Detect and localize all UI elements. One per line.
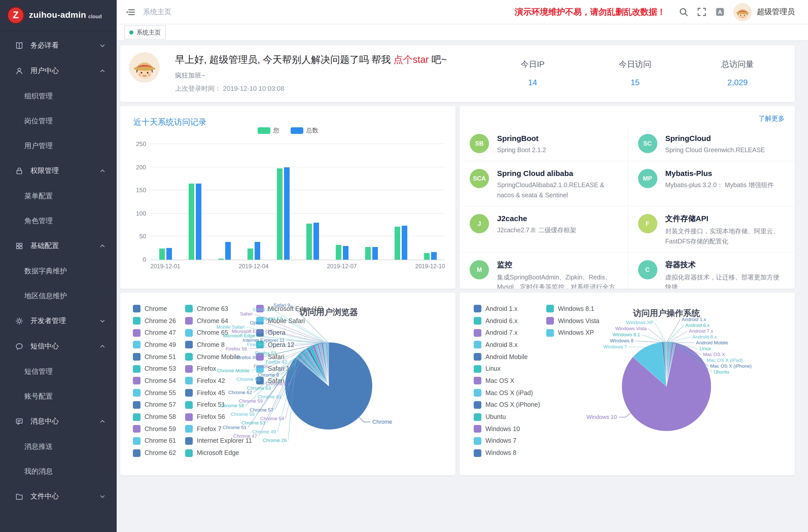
bar-you-2019-12-07[interactable] xyxy=(335,245,341,260)
sidebar-subitem-message-push[interactable]: 消息推送 xyxy=(0,434,117,459)
browser-pie-chart: Safari 9Safari 11SafariOpera 12OperaMobi… xyxy=(120,293,456,475)
bar-total-2019-12-06[interactable] xyxy=(313,223,319,260)
sidebar-subitem-label: 用户管理 xyxy=(24,141,53,150)
stat-today-visits: 今日访问 15 xyxy=(584,59,686,87)
greeting-prefix: 早上好, 超级管理员, 今天帮别人解决问题了吗 帮我 xyxy=(175,54,393,65)
sidebar-subitem-data-dict[interactable]: 数据字典维护 xyxy=(0,259,117,283)
sidebar-item-file-center[interactable]: 文件中心 xyxy=(0,484,117,509)
submenu-message-center: 消息推送我的消息 xyxy=(0,434,117,484)
tab-home[interactable]: 系统主页 xyxy=(124,25,166,40)
bar-you-2019-12-03[interactable] xyxy=(218,259,223,260)
sidebar-subitem-area-info[interactable]: 地区信息维护 xyxy=(0,283,117,308)
os-chart-card: Android 1.xAndroid 6.xAndroid 7.xAndroid… xyxy=(460,293,795,475)
pie-callout-label: Android 7.x xyxy=(689,328,713,334)
fullscreen-button[interactable] xyxy=(697,7,706,17)
sidebar-subitem-label: 岗位管理 xyxy=(24,116,53,126)
y-axis-label: 0 xyxy=(129,256,146,263)
welcome-text: 早上好, 超级管理员, 今天帮别人解决问题了吗 帮我 点个star 吧~ 疯狂加… xyxy=(175,53,447,93)
book-icon xyxy=(15,41,23,50)
info-item-desc: Spring Cloud Greenwich.RELEASE xyxy=(665,146,765,155)
chevron-up-icon xyxy=(99,68,106,74)
bar-group-2019-12-03 xyxy=(209,144,239,260)
search-button[interactable] xyxy=(679,7,688,17)
browser-chart-card: ChromeChrome 26Chrome 47Chrome 49Chrome … xyxy=(120,293,456,475)
y-axis-label: 100 xyxy=(129,210,146,217)
bar-you-2019-12-01[interactable] xyxy=(159,249,165,260)
bar-total-2019-12-09[interactable] xyxy=(402,226,407,260)
browser-chart-title: 访问用户浏览器 xyxy=(299,307,358,318)
bar-total-2019-12-08[interactable] xyxy=(372,247,378,260)
sidebar-subitem-user-management[interactable]: 用户管理 xyxy=(0,133,117,158)
sidebar-item-sms-center[interactable]: 短信中心 xyxy=(0,334,117,359)
info-item-desc: J2cache2.7.8: 二级缓存框架 xyxy=(497,226,576,236)
pie-callout-label: Chrome 58 xyxy=(220,403,244,408)
chevron-up-icon xyxy=(99,343,106,349)
sidebar-item-must-read[interactable]: 务必详看 xyxy=(0,33,117,58)
pie-callout-line xyxy=(667,325,684,342)
sidebar-subitem-role-management[interactable]: 角色管理 xyxy=(0,208,117,233)
bar-total-2019-12-04[interactable] xyxy=(254,242,260,260)
bar-group-2019-12-01 xyxy=(151,144,180,260)
star-link[interactable]: 点个star xyxy=(393,54,428,65)
bar-you-2019-12-04[interactable] xyxy=(247,249,253,260)
sidebar-subitem-org-management[interactable]: 组织管理 xyxy=(0,84,117,109)
bar-total-2019-12-05[interactable] xyxy=(284,167,289,260)
bar-you-2019-12-08[interactable] xyxy=(365,247,370,260)
info-item-desc: Mybatis-plus 3.2.0： Mybatis 增强组件 xyxy=(665,181,774,191)
legend-swatch xyxy=(290,127,303,134)
current-user-name[interactable]: 超级管理员 xyxy=(757,7,795,17)
bar-total-2019-12-07[interactable] xyxy=(343,246,348,260)
bar-you-2019-12-06[interactable] xyxy=(306,224,312,260)
sidebar-subitem-post-management[interactable]: 岗位管理 xyxy=(0,109,117,133)
info-content-j2cache: J2cacheJ2cache2.7.8: 二级缓存框架 xyxy=(497,214,576,246)
sidebar-subitem-my-messages[interactable]: 我的消息 xyxy=(0,459,117,484)
menu-fold-icon xyxy=(126,7,136,17)
learn-more-link[interactable]: 了解更多 xyxy=(758,114,785,123)
user-avatar[interactable] xyxy=(733,3,752,21)
info-item-title: 监控 xyxy=(497,260,617,270)
search-icon xyxy=(679,7,688,17)
bar-total-2019-12-10[interactable] xyxy=(431,252,437,260)
info-item-title: Spring Cloud alibaba xyxy=(497,169,617,178)
info-grid: SBSpringBootSpring Boot 2.1.2SCSpringClo… xyxy=(460,126,795,289)
pie-callout-label: Firefox 56 xyxy=(226,346,247,351)
sidebar-item-user-center[interactable]: 用户中心 xyxy=(0,58,117,84)
sidebar-item-permission[interactable]: 权限管理 xyxy=(0,158,117,184)
bar-you-2019-12-09[interactable] xyxy=(394,227,400,260)
breadcrumb: 系统主页 xyxy=(143,7,171,17)
fullscreen-icon xyxy=(697,7,706,17)
sidebar-item-message-center[interactable]: 消息中心 xyxy=(0,409,117,434)
y-axis-label: 250 xyxy=(129,141,146,148)
sidebar-subitem-label: 消息推送 xyxy=(24,442,53,451)
sidebar-subitem-menu-config[interactable]: 菜单配置 xyxy=(0,184,117,208)
info-badge-container: C xyxy=(638,260,657,279)
sidebar-subitem-sms-account[interactable]: 账号配置 xyxy=(0,384,117,409)
lock-icon xyxy=(15,167,23,175)
pie-callout-label: Chrome 47 xyxy=(233,433,257,439)
bar-total-2019-12-02[interactable] xyxy=(196,183,201,260)
visit-chart-legend: 您总数 xyxy=(120,126,456,135)
chevron-down-icon xyxy=(99,493,106,499)
pie-callout-line xyxy=(648,329,665,342)
pie-callout-line xyxy=(286,340,322,343)
bar-total-2019-12-03[interactable] xyxy=(225,242,231,260)
bar-you-2019-12-05[interactable] xyxy=(277,169,282,260)
welcome-stats: 今日IP 14 今日访问 15 总访问量 2,029 xyxy=(481,59,789,87)
pie-callout-label: Mac OS X (iPad) xyxy=(706,357,743,363)
font-size-button[interactable]: A xyxy=(715,7,725,17)
pie-callout-label: Ubuntu xyxy=(714,369,729,374)
pie-callout-line xyxy=(635,341,663,343)
legend-label: 您 xyxy=(273,126,279,135)
sidebar-item-base-config[interactable]: 基础配置 xyxy=(0,233,117,259)
sidebar-subitem-sms-management[interactable]: 短信管理 xyxy=(0,359,117,384)
legend-item-item[interactable]: 总数 xyxy=(290,126,318,135)
sidebar: Z zuihou-admin cloud 务必详看用户中心组织管理岗位管理用户管… xyxy=(0,0,117,532)
sidebar-item-developer[interactable]: 开发者管理 xyxy=(0,308,117,334)
bar-you-2019-12-02[interactable] xyxy=(188,184,194,260)
app-logo[interactable]: Z zuihou-admin cloud xyxy=(0,0,117,31)
legend-item-item[interactable]: 您 xyxy=(257,126,279,135)
info-badge-spring-cloud-alibaba: SCA xyxy=(470,169,489,188)
bar-total-2019-12-01[interactable] xyxy=(166,248,172,260)
bar-you-2019-12-10[interactable] xyxy=(424,253,429,260)
sidebar-toggle-button[interactable] xyxy=(126,7,136,17)
